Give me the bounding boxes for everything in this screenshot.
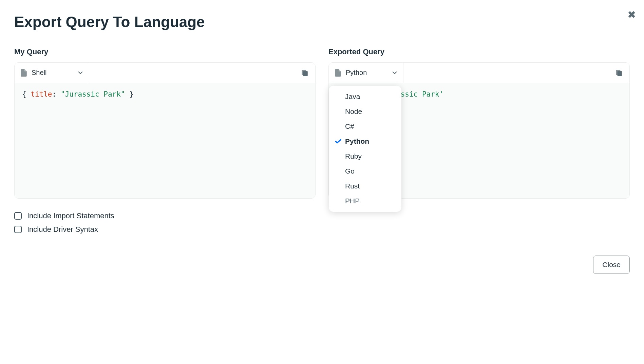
language-option-label: Ruby [345, 152, 362, 160]
chevron-down-icon [392, 70, 397, 75]
language-option-node[interactable]: Node [329, 104, 401, 119]
copy-icon [615, 69, 623, 77]
copy-my-query-button[interactable] [294, 63, 315, 83]
copy-icon [301, 69, 308, 77]
language-option-label: Rust [345, 182, 360, 190]
svg-rect-3 [618, 71, 622, 76]
include-imports-checkbox[interactable] [14, 212, 22, 220]
copy-exported-query-button[interactable] [608, 63, 629, 83]
include-imports-label: Include Import Statements [27, 211, 114, 220]
exported-language-select[interactable]: Python JavaNodeC#PythonRubyGoRustPHP [329, 63, 403, 83]
exported-query-column: Exported Query Python JavaNodeC#PythonRu… [328, 47, 630, 239]
my-query-panel: Shell { title: "Jurassic Park" } [14, 62, 316, 199]
close-icon[interactable]: ✖ [628, 10, 636, 20]
language-option-label: Java [345, 93, 360, 101]
my-query-code[interactable]: { title: "Jurassic Park" } [15, 83, 315, 198]
language-option-rust[interactable]: Rust [329, 179, 401, 194]
file-icon [335, 69, 341, 77]
close-button[interactable]: Close [593, 256, 630, 274]
my-query-column: My Query Shell [14, 47, 316, 239]
my-query-language-select[interactable]: Shell [15, 63, 89, 83]
exported-language-label: Python [346, 69, 387, 77]
language-option-label: C# [345, 122, 354, 130]
export-options: Include Import Statements Include Driver… [14, 211, 316, 234]
language-option-label: Node [345, 107, 362, 116]
exported-query-panel: Python JavaNodeC#PythonRubyGoRustPHP {'t… [328, 62, 630, 199]
check-icon [335, 139, 341, 144]
language-option-label: Python [345, 137, 369, 145]
language-option-label: PHP [345, 197, 360, 205]
include-driver-label: Include Driver Syntax [27, 225, 98, 234]
svg-rect-1 [303, 71, 308, 76]
exported-query-heading: Exported Query [328, 47, 630, 56]
my-query-language-label: Shell [32, 69, 73, 77]
language-option-python[interactable]: Python [329, 134, 401, 149]
language-option-csharp[interactable]: C# [329, 119, 401, 134]
language-option-ruby[interactable]: Ruby [329, 149, 401, 164]
dialog-title: Export Query To Language [14, 14, 630, 31]
language-dropdown: JavaNodeC#PythonRubyGoRustPHP [329, 86, 401, 212]
my-query-heading: My Query [14, 47, 316, 56]
language-option-go[interactable]: Go [329, 164, 401, 179]
file-icon [21, 69, 27, 77]
language-option-label: Go [345, 167, 355, 175]
language-option-php[interactable]: PHP [329, 194, 401, 208]
include-driver-checkbox[interactable] [14, 226, 22, 233]
chevron-down-icon [78, 70, 83, 75]
language-option-java[interactable]: Java [329, 89, 401, 104]
